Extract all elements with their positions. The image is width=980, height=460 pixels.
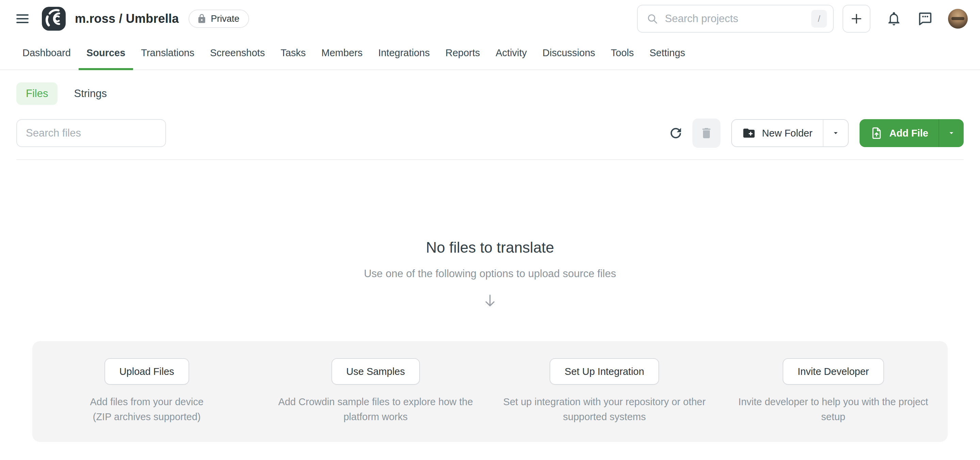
invite-developer-button[interactable]: Invite Developer <box>783 358 884 385</box>
empty-state-title: No files to translate <box>16 239 964 256</box>
empty-state: No files to translate Use one of the fol… <box>16 239 964 310</box>
folder-plus-icon <box>742 126 756 140</box>
tab-discussions[interactable]: Discussions <box>535 37 603 70</box>
crowdin-logo-icon[interactable] <box>41 6 66 31</box>
project-search[interactable]: / <box>637 5 834 33</box>
option-set-up-integration: Set Up Integration Set up integration wi… <box>490 358 719 424</box>
upload-files-button[interactable]: Upload Files <box>105 358 189 385</box>
add-file-dropdown[interactable] <box>939 119 964 147</box>
refresh-button[interactable] <box>668 125 684 141</box>
chat-icon <box>917 11 933 27</box>
tab-members[interactable]: Members <box>314 37 371 70</box>
down-arrow-icon <box>16 293 964 310</box>
new-folder-label: New Folder <box>762 128 812 139</box>
hamburger-menu-icon[interactable] <box>16 11 31 26</box>
subtab-strings[interactable]: Strings <box>64 82 116 105</box>
lock-icon <box>197 14 207 24</box>
tab-settings[interactable]: Settings <box>642 37 693 70</box>
tab-translations[interactable]: Translations <box>133 37 202 70</box>
caret-down-icon <box>947 129 956 137</box>
sources-subtabs: Files Strings <box>16 82 964 105</box>
tab-reports[interactable]: Reports <box>438 37 488 70</box>
use-samples-button[interactable]: Use Samples <box>331 358 420 385</box>
bell-icon <box>886 11 902 27</box>
refresh-icon <box>668 125 684 141</box>
caret-down-icon <box>831 129 840 137</box>
files-toolbar: New Folder Add File <box>16 118 964 148</box>
tab-tools[interactable]: Tools <box>603 37 642 70</box>
tab-activity[interactable]: Activity <box>488 37 535 70</box>
notifications-button[interactable] <box>886 11 902 27</box>
upload-files-description: Add files from your device (ZIP archives… <box>86 394 208 424</box>
subtab-files[interactable]: Files <box>16 82 57 105</box>
use-samples-description: Add Crowdin sample files to explore how … <box>272 394 479 424</box>
feedback-chat-button[interactable] <box>917 11 933 27</box>
top-bar: m.ross / Umbrella Private / <box>0 0 980 37</box>
search-icon <box>646 13 658 24</box>
tab-tasks[interactable]: Tasks <box>272 37 313 70</box>
option-use-samples: Use Samples Add Crowdin sample files to … <box>261 358 490 424</box>
new-folder-dropdown[interactable] <box>823 120 848 146</box>
set-up-integration-description: Set up integration with your repository … <box>493 394 716 424</box>
set-up-integration-button[interactable]: Set Up Integration <box>550 358 659 385</box>
tab-dashboard[interactable]: Dashboard <box>14 37 79 70</box>
file-upload-icon <box>870 126 883 140</box>
tab-sources[interactable]: Sources <box>79 37 133 70</box>
empty-state-subtitle: Use one of the following options to uplo… <box>16 268 964 280</box>
option-invite-developer: Invite Developer Invite developer to hel… <box>719 358 948 424</box>
tab-screenshots[interactable]: Screenshots <box>202 37 272 70</box>
plus-icon <box>850 12 863 25</box>
option-upload-files: Upload Files Add files from your device … <box>32 358 261 424</box>
invite-developer-description: Invite developer to help you with the pr… <box>729 394 938 424</box>
file-search-input[interactable] <box>16 119 166 147</box>
delete-button[interactable] <box>692 118 721 148</box>
new-folder-button[interactable]: New Folder <box>732 120 822 146</box>
tab-integrations[interactable]: Integrations <box>370 37 438 70</box>
add-file-label: Add File <box>889 128 928 139</box>
user-avatar[interactable] <box>948 9 968 29</box>
toolbar-divider <box>16 159 964 160</box>
privacy-badge: Private <box>189 10 249 28</box>
create-project-button[interactable] <box>843 5 870 33</box>
project-title: m.ross / Umbrella <box>75 11 179 26</box>
sources-page: Files Strings <box>0 82 980 442</box>
new-folder-split-button: New Folder <box>731 119 848 147</box>
project-search-input[interactable] <box>665 13 811 25</box>
add-file-button[interactable]: Add File <box>859 119 939 147</box>
add-file-split-button: Add File <box>859 119 964 147</box>
search-shortcut-key: / <box>811 10 827 27</box>
privacy-badge-label: Private <box>211 14 240 24</box>
upload-options-panel: Upload Files Add files from your device … <box>32 341 948 442</box>
project-nav: Dashboard Sources Translations Screensho… <box>0 37 980 70</box>
trash-icon <box>700 126 713 140</box>
